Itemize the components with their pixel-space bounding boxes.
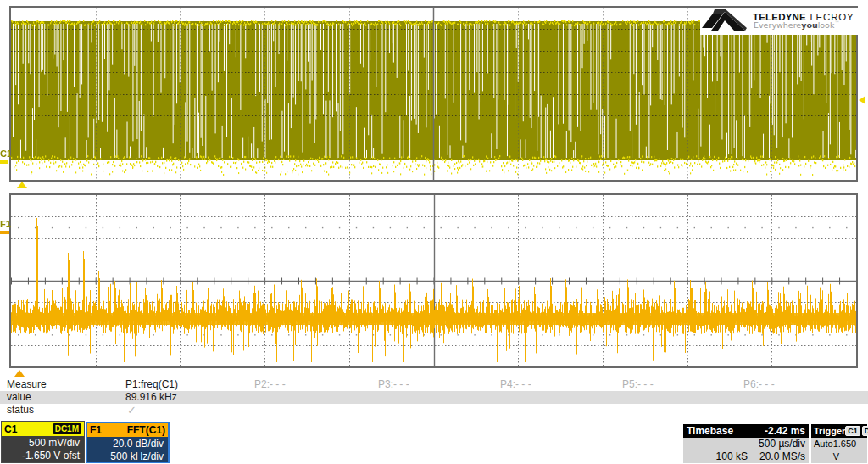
trigger-body: Auto 1.650 V Edge Positive [811, 438, 867, 463]
trigger-header: Trigger C1 DC [811, 424, 867, 438]
timebase-header: Timebase -2.42 ms [683, 424, 809, 438]
f1-name: F1 [90, 424, 102, 436]
c1-trace-label: C1 [0, 148, 12, 159]
c1-descriptor-box[interactable]: C1 DC1M 500 mV/div -1.650 V ofst [2, 422, 84, 462]
status-row-title: status [7, 404, 34, 416]
trigger-source-badge: C1 [845, 426, 860, 436]
timebase-title: Timebase [687, 425, 733, 437]
logo-tagline: Everywhereyoulook™ [754, 20, 839, 30]
trigger-mode: Auto [814, 438, 833, 463]
measure-value-row: value 89.916 kHz [0, 391, 868, 404]
timebase-samples: 100 kS [716, 450, 748, 463]
oscilloscope-screen: C1 F1 TELEDYNE LECROY Everywhereyoulook™… [0, 0, 868, 464]
trigger-level: 1.650 V [833, 438, 865, 463]
measure-p4[interactable]: P4:- - - [500, 378, 531, 390]
trigger-time-marker[interactable] [17, 182, 27, 188]
c1-offset: -1.650 V ofst [2, 450, 80, 462]
f1-grid [9, 193, 858, 368]
measure-row-title: Measure [7, 378, 47, 390]
p1-status-check-icon: ✓ [127, 404, 136, 416]
trigger-coupling-badge: DC [862, 426, 868, 436]
measure-label-row: Measure P1:freq(C1) P2:- - - P3:- - - P4… [0, 378, 868, 391]
timebase-box[interactable]: Timebase -2.42 ms 500 µs/div 100 kS 20.0… [683, 424, 809, 462]
measure-p5[interactable]: P5:- - - [622, 378, 654, 390]
f1-trace-label: F1 [0, 219, 11, 229]
c1-vscale: 500 mV/div [2, 437, 80, 450]
f1-fft-canvas [11, 195, 856, 366]
f1-descriptor-header: F1 FFT(C1) [87, 423, 168, 437]
c1-zero-marker[interactable] [0, 160, 8, 164]
f1-position-marker[interactable] [14, 370, 25, 377]
f1-function: FFT(C1) [127, 424, 165, 436]
trigger-title: Trigger [814, 426, 845, 436]
c1-descriptor-header: C1 DC1M [2, 422, 84, 436]
measure-p3[interactable]: P3:- - - [378, 378, 409, 390]
f1-vscale: 20.0 dB/div [87, 438, 164, 450]
f1-descriptor-box[interactable]: F1 FFT(C1) 20.0 dB/div 500 kHz/div [86, 422, 170, 463]
f1-zero-marker[interactable] [0, 231, 9, 234]
c1-coupling-badge: DC1M [53, 423, 81, 434]
f1-hscale: 500 kHz/div [87, 450, 164, 463]
timebase-rate: 20.0 MS/s [760, 450, 805, 463]
measure-p6[interactable]: P6:- - - [743, 378, 775, 390]
timebase-delay: -2.42 ms [765, 425, 805, 437]
c1-name: C1 [4, 423, 17, 435]
value-row-title: value [7, 391, 31, 403]
p1-value: 89.916 kHz [125, 391, 177, 403]
teledyne-lecroy-logo: TELEDYNE LECROY Everywhereyoulook™ [700, 8, 867, 35]
c1-descriptor-body: 500 mV/div -1.650 V ofst [2, 436, 84, 463]
timebase-body: 500 µs/div 100 kS 20.0 MS/s [683, 438, 809, 463]
f1-descriptor-body: 20.0 dB/div 500 kHz/div [87, 437, 168, 462]
measure-p1[interactable]: P1:freq(C1) [125, 378, 178, 390]
trigger-level-marker[interactable] [859, 96, 865, 104]
timebase-scale: 500 µs/div [759, 438, 805, 450]
teledyne-arrows-icon [700, 9, 749, 36]
measure-p2[interactable]: P2:- - - [254, 378, 286, 390]
measure-status-row: status ✓ [0, 404, 868, 417]
trigger-box[interactable]: Trigger C1 DC Auto 1.650 V Edge Positive [811, 424, 867, 462]
